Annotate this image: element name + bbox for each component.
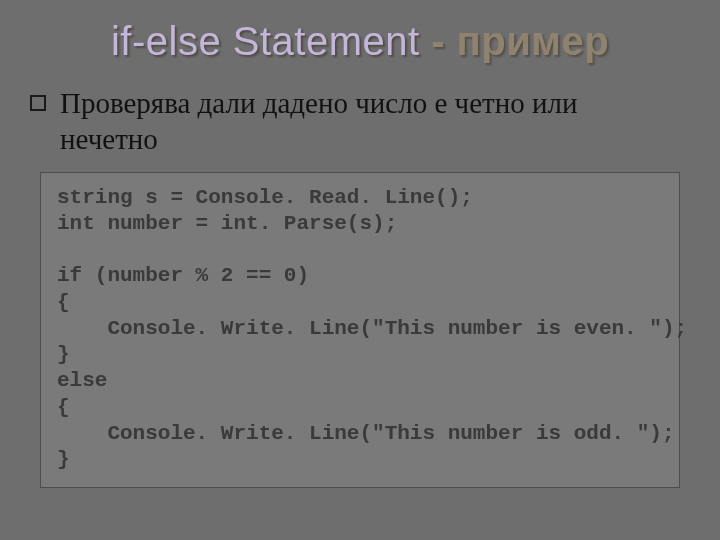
title-sub: - пример <box>420 19 610 63</box>
bullet-text: Проверява дали дадено число е четно или … <box>60 85 682 158</box>
code-line: int number = int. Parse(s); <box>57 212 397 235</box>
code-line: { <box>57 291 70 314</box>
code-line: else <box>57 369 107 392</box>
slide-title: if-else Statement - пример <box>28 18 692 65</box>
slide: if-else Statement - пример Проверява дал… <box>0 0 720 540</box>
code-line: if (number % 2 == 0) <box>57 264 309 287</box>
code-line: } <box>57 343 70 366</box>
code-line: string s = Console. Read. Line(); <box>57 186 473 209</box>
code-line: } <box>57 448 70 471</box>
code-line: Console. Write. Line("This number is odd… <box>57 422 675 445</box>
code-line: Console. Write. Line("This number is eve… <box>57 317 687 340</box>
code-block: string s = Console. Read. Line(); int nu… <box>40 172 680 489</box>
title-main: if-else Statement <box>111 19 420 63</box>
bullet-item: Проверява дали дадено число е четно или … <box>28 85 692 158</box>
code-line: { <box>57 396 70 419</box>
square-bullet-icon <box>30 95 46 111</box>
